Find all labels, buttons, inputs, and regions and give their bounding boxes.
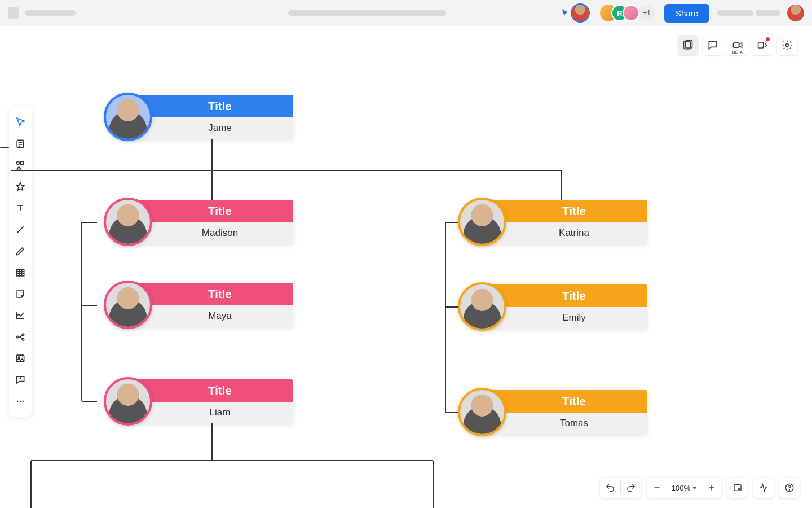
- org-card-right-2[interactable]: Title Tomas: [478, 390, 647, 434]
- document-title[interactable]: [288, 10, 446, 16]
- minimap-button[interactable]: [727, 478, 748, 498]
- avatar-icon: [104, 377, 152, 426]
- topbar-action-2[interactable]: [756, 10, 780, 16]
- svg-point-51: [739, 488, 740, 490]
- presence-overflow-count[interactable]: +1: [638, 5, 655, 21]
- chevron-down-icon: [692, 487, 697, 489]
- presence-avatar-3[interactable]: [623, 5, 639, 21]
- avatar-icon: [104, 93, 152, 141]
- svg-point-53: [789, 489, 789, 490]
- org-card-left-2[interactable]: Title Liam: [124, 379, 293, 423]
- cursor-icon: [561, 8, 570, 17]
- avatar-icon: [458, 198, 506, 246]
- share-button[interactable]: Share: [664, 4, 709, 23]
- file-menu[interactable]: [25, 10, 76, 16]
- org-card-left-1[interactable]: Title Maya: [124, 283, 293, 327]
- zoom-value: 100%: [672, 484, 690, 492]
- app-logo[interactable]: [8, 7, 19, 19]
- avatar-icon: [458, 282, 506, 331]
- avatar-icon: [458, 388, 506, 436]
- org-card-left-0[interactable]: Title Madison: [124, 200, 293, 244]
- org-card-root[interactable]: Title Jame: [124, 95, 293, 139]
- avatar-icon: [104, 198, 152, 246]
- account-avatar[interactable]: [787, 5, 804, 21]
- undo-button[interactable]: [600, 478, 620, 498]
- redo-button[interactable]: [621, 478, 641, 498]
- zoom-out-button[interactable]: [647, 478, 667, 498]
- topbar-action-1[interactable]: [717, 10, 753, 16]
- topbar: R +1 Share: [0, 0, 812, 26]
- org-card-right-0[interactable]: Title Katrina: [478, 200, 647, 244]
- presence-avatar-self[interactable]: [572, 5, 589, 21]
- help-button[interactable]: [779, 478, 800, 498]
- canvas[interactable]: Title Jame Title Madison Title Maya Titl…: [0, 26, 812, 508]
- zoom-in-button[interactable]: [701, 478, 722, 498]
- activity-button[interactable]: [753, 478, 774, 498]
- bottombar: 100%: [600, 478, 800, 498]
- zoom-level[interactable]: 100%: [667, 484, 701, 492]
- org-card-right-1[interactable]: Title Emily: [478, 284, 647, 329]
- avatar-icon: [104, 281, 152, 329]
